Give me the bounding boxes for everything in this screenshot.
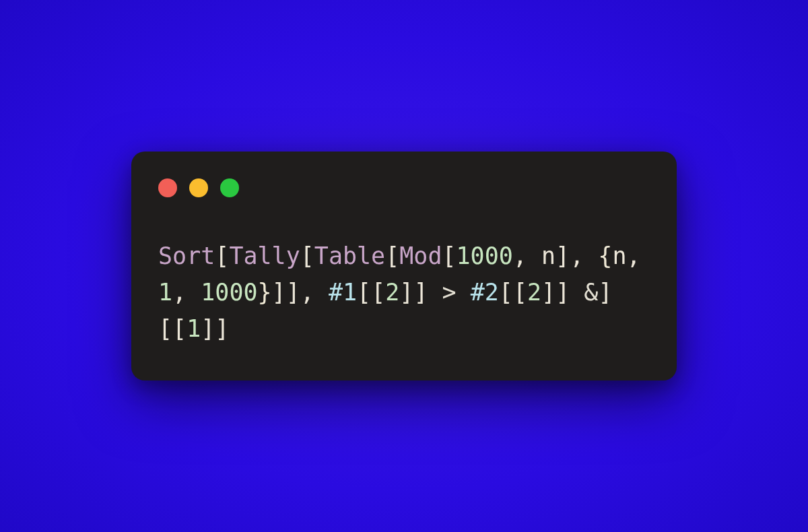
number-1000: 1000 [457,242,513,269]
number-1: 1 [158,279,172,306]
bracket-close: ] [272,279,286,306]
bracket-open: [ [357,279,371,306]
code-block: Sort[Tally[Table[Mod[1000, n], {n, 1, 10… [158,238,650,347]
zoom-icon[interactable] [220,178,239,197]
bracket-close: ] [541,279,556,306]
comma: , [570,242,598,269]
bracket-close: ] [556,242,570,269]
bracket-open: [ [499,279,513,306]
bracket-open: [ [371,279,385,306]
slot-1: #1 [329,279,357,306]
space [457,279,471,306]
number-2: 2 [385,279,399,306]
bracket-close: ] [556,279,570,306]
bracket-close: ] [413,279,428,306]
bracket-open: [ [300,242,314,269]
brace-close: } [258,279,272,306]
var-n: n [612,242,626,269]
bracket-close: ] [286,279,300,306]
bracket-open: [ [513,279,527,306]
code-window: Sort[Tally[Table[Mod[1000, n], {n, 1, 10… [131,152,677,381]
token-sort: Sort [158,242,215,269]
comma: , [300,279,329,306]
comma: , [513,242,541,269]
var-n: n [541,242,556,269]
token-tally: Tally [229,242,300,269]
number-2: 2 [527,279,541,306]
bracket-open: [ [215,242,229,269]
bracket-close: ] [399,279,413,306]
close-icon[interactable] [158,178,177,197]
bracket-open: [ [385,242,399,269]
token-table: Table [314,242,385,269]
comma: , [626,242,654,269]
window-controls [158,178,650,197]
space [570,279,584,306]
operator-amp: & [584,279,598,306]
bracket-close: ] [598,279,612,306]
comma: , [172,279,201,306]
bracket-open: [ [442,242,456,269]
slot-2: #2 [471,279,499,306]
space [428,279,442,306]
bracket-open: [ [172,315,187,342]
operator-gt: > [442,279,457,306]
number-1000: 1000 [201,279,257,306]
bracket-close: ] [201,315,215,342]
minimize-icon[interactable] [189,178,208,197]
number-1: 1 [187,315,201,342]
bracket-open: [ [158,315,172,342]
brace-open: { [598,242,612,269]
token-mod: Mod [399,242,442,269]
bracket-close: ] [215,315,229,342]
